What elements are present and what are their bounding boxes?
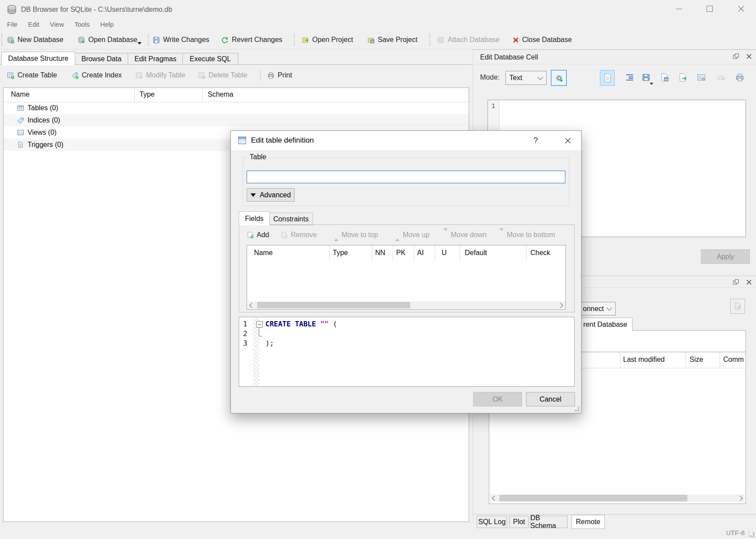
apply-button[interactable]: Apply: [701, 249, 750, 264]
print-icon: [267, 72, 275, 79]
ok-button[interactable]: OK: [473, 392, 522, 406]
remote-column-commit[interactable]: Comm: [723, 356, 744, 364]
menu-help[interactable]: Help: [95, 19, 119, 31]
open-database-button[interactable]: Open Database: [78, 32, 137, 47]
open-database-label: Open Database: [88, 36, 137, 44]
apply-cell-button[interactable]: [676, 70, 690, 85]
fields-column-nn[interactable]: NN: [375, 249, 385, 257]
set-null-button[interactable]: [714, 70, 728, 85]
cell-settings-button[interactable]: [551, 70, 567, 86]
menu-file[interactable]: File: [2, 19, 23, 31]
scroll-right-arrow[interactable]: [737, 494, 745, 502]
minimize-button[interactable]: [669, 3, 689, 15]
dialog-help-button[interactable]: ?: [528, 134, 543, 147]
create-table-button[interactable]: Create Table: [7, 68, 57, 82]
fields-column-pk[interactable]: PK: [396, 249, 405, 257]
add-field-button[interactable]: Add: [247, 228, 269, 242]
fields-column-u[interactable]: U: [442, 249, 447, 257]
remote-column-size[interactable]: Size: [690, 356, 703, 364]
fields-column-type[interactable]: Type: [333, 249, 348, 257]
print-button[interactable]: Print: [267, 68, 292, 82]
import-dropdown-arrow[interactable]: [650, 83, 653, 85]
fields-horizontal-scrollbar[interactable]: [247, 301, 565, 309]
scroll-left-arrow[interactable]: [247, 301, 255, 309]
create-index-button[interactable]: Create Index: [71, 68, 122, 82]
remote-close-button[interactable]: [744, 278, 754, 287]
remote-horizontal-scrollbar[interactable]: [490, 494, 745, 502]
move-to-bottom-icon: [499, 231, 504, 239]
tab-sql-log[interactable]: SQL Log: [477, 516, 507, 528]
cancel-button[interactable]: Cancel: [526, 392, 575, 406]
image-cell-button[interactable]: [694, 70, 708, 85]
scrollbar-thumb[interactable]: [499, 495, 687, 501]
menu-tools[interactable]: Tools: [69, 19, 95, 31]
mode-select[interactable]: Text: [505, 71, 547, 85]
remote-upload-button[interactable]: [730, 299, 745, 314]
advanced-button[interactable]: Advanced: [247, 188, 295, 202]
tab-database-structure[interactable]: Database Structure: [1, 52, 75, 65]
scroll-right-arrow[interactable]: [557, 301, 565, 309]
dialog-titlebar[interactable]: Edit table definition ?: [231, 131, 581, 151]
remove-field-button[interactable]: Remove: [281, 228, 317, 242]
revert-changes-button[interactable]: Revert Changes: [221, 32, 282, 47]
edit-table-definition-dialog: Edit table definition ? Table Advanced F…: [230, 130, 582, 413]
text-mode-button[interactable]: [600, 70, 615, 86]
edit-cell-close-button[interactable]: [744, 52, 754, 61]
scroll-left-arrow[interactable]: [490, 494, 498, 502]
delete-table-button[interactable]: Delete Table: [198, 68, 247, 82]
tab-fields[interactable]: Fields: [239, 211, 270, 225]
tree-column-schema[interactable]: Schema: [208, 91, 233, 98]
tab-browse-data[interactable]: Browse Data: [74, 53, 129, 65]
tab-remote[interactable]: Remote: [571, 515, 605, 529]
table-name-input[interactable]: [247, 171, 565, 183]
tree-column-name[interactable]: Name: [11, 91, 30, 98]
maximize-button[interactable]: [700, 3, 720, 15]
tab-execute-sql[interactable]: Execute SQL: [182, 53, 238, 65]
add-field-label: Add: [257, 231, 269, 239]
move-down-button[interactable]: Move down: [443, 228, 487, 242]
move-to-bottom-button[interactable]: Move to bottom: [499, 228, 555, 242]
window-resize-grip[interactable]: [749, 532, 755, 537]
tree-column-divider[interactable]: [134, 88, 135, 102]
fields-column-default[interactable]: Default: [465, 249, 487, 257]
fields-column-ai[interactable]: AI: [417, 249, 424, 257]
tree-column-type[interactable]: Type: [139, 91, 155, 98]
save-project-button[interactable]: Save Project: [367, 32, 418, 47]
remote-column-last-modified[interactable]: Last modified: [623, 356, 665, 364]
fields-column-check[interactable]: Check: [530, 249, 550, 257]
remote-float-button[interactable]: [731, 278, 741, 287]
edit-cell-float-button[interactable]: [731, 52, 741, 61]
write-changes-button[interactable]: Write Changes: [153, 32, 209, 47]
tab-edit-pragmas[interactable]: Edit Pragmas: [128, 53, 183, 65]
fold-marker-icon[interactable]: [256, 321, 263, 328]
new-database-button[interactable]: New Database: [7, 32, 63, 47]
remote-identity-select[interactable]: onnect: [582, 302, 616, 315]
tree-row-tables[interactable]: Tables (0): [3, 102, 469, 114]
attach-database-button[interactable]: Attach Database: [437, 32, 499, 47]
dialog-resize-grip[interactable]: [575, 406, 580, 412]
open-database-dropdown-arrow[interactable]: [137, 42, 142, 45]
remote-current-database-tab[interactable]: rent Database: [582, 318, 633, 331]
open-project-button[interactable]: Open Project: [302, 32, 353, 47]
tab-db-schema[interactable]: DB Schema: [530, 516, 568, 528]
tab-plot[interactable]: Plot: [509, 516, 529, 528]
fields-column-name[interactable]: Name: [254, 249, 273, 257]
print-cell-button[interactable]: [733, 70, 747, 85]
move-up-icon: [395, 231, 400, 239]
menu-view[interactable]: View: [45, 19, 69, 31]
scrollbar-thumb[interactable]: [257, 302, 410, 308]
move-to-top-button[interactable]: Move to top: [334, 228, 378, 242]
window-close-button[interactable]: [731, 3, 751, 15]
tab-constraints[interactable]: Constraints: [269, 213, 313, 225]
dialog-close-button[interactable]: [560, 134, 575, 147]
word-wrap-button[interactable]: [623, 70, 637, 85]
menu-edit[interactable]: Edit: [23, 19, 45, 31]
close-database-button[interactable]: Close Database: [512, 32, 572, 47]
create-index-label: Create Index: [82, 71, 122, 79]
move-up-button[interactable]: Move up: [395, 228, 429, 242]
tree-column-divider[interactable]: [202, 88, 203, 102]
tree-row-indices[interactable]: Indices (0): [3, 114, 469, 126]
sql-preview[interactable]: 1 2 3 CREATE TABLE "" ( );: [239, 317, 575, 387]
export-cell-button[interactable]: [658, 70, 672, 85]
modify-table-button[interactable]: Modify Table: [136, 68, 185, 82]
